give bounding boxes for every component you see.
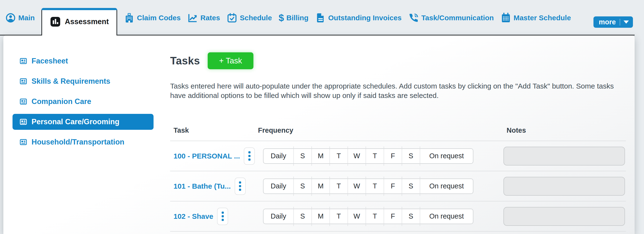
frequency-option-mon[interactable]: M (312, 179, 330, 193)
sidebar-item-label: Facesheet (32, 57, 68, 65)
tasks-description: Tasks entered here will auto-populate un… (170, 81, 626, 100)
task-link[interactable]: 101 - Bathe (Tu... (174, 182, 231, 190)
more-button-divider (620, 19, 620, 26)
task-link[interactable]: 102 - Shave (174, 212, 213, 220)
more-button-label: more (594, 18, 620, 26)
task-cell: 100 - PERSONAL ... (174, 147, 255, 165)
notes-field[interactable] (504, 147, 625, 166)
sheet-icon (19, 138, 28, 146)
sidebar-item-household-transportation[interactable]: Household/Transportation (12, 134, 154, 150)
sidebar-item-skills-requirements[interactable]: Skills & Requirements (12, 73, 154, 89)
nav-item-billing[interactable]: $ Billing (279, 13, 308, 23)
frequency-option-daily[interactable]: Daily (264, 149, 293, 163)
calendar-check-icon (227, 13, 237, 23)
nav-item-label: Main (18, 14, 35, 22)
kebab-menu-button[interactable] (217, 208, 228, 225)
frequency-group: Daily S M T W T F S On request (263, 179, 473, 194)
notes-field[interactable] (504, 207, 625, 226)
chevron-down-icon (624, 21, 629, 24)
nav-item-label: Claim Codes (137, 14, 181, 22)
frequency-option-tue[interactable]: T (330, 149, 348, 163)
frequency-option-fri[interactable]: F (384, 179, 402, 193)
task-link[interactable]: 100 - PERSONAL ... (174, 152, 240, 160)
user-circle-icon (5, 13, 16, 23)
notes-field[interactable] (504, 177, 625, 196)
sidebar-item-label: Personal Care/Grooming (32, 118, 119, 126)
table-row: 102 - Shave Daily S M T W T F S On reque… (170, 201, 626, 231)
nav-item-outstanding-invoices[interactable]: Outstanding Invoices (315, 13, 402, 23)
frequency-option-tue[interactable]: T (330, 209, 348, 224)
title-row: Tasks + Task (170, 52, 626, 69)
top-nav: Main Assessment Claim Codes (0, 0, 644, 36)
column-header-frequency: Frequency (258, 127, 293, 134)
nav-item-schedule[interactable]: Schedule (227, 13, 272, 23)
frequency-option-sun[interactable]: S (293, 179, 312, 193)
sheet-icon (19, 118, 28, 126)
table-row: 101 - Bathe (Tu... Daily S M T W T F S O… (170, 171, 626, 201)
kebab-menu-button[interactable] (244, 147, 255, 165)
frequency-option-sun[interactable]: S (293, 209, 312, 224)
sidebar-item-label: Skills & Requirements (32, 77, 110, 86)
sheet-icon (19, 57, 28, 65)
nav-item-label: Master Schedule (514, 14, 571, 22)
frequency-option-thu[interactable]: T (366, 209, 384, 224)
sidebar-item-facesheet[interactable]: Facesheet (12, 53, 154, 69)
frequency-option-thu[interactable]: T (366, 179, 384, 193)
table-header: Task Frequency Notes (170, 124, 626, 141)
nav-item-rates[interactable]: Rates (188, 13, 220, 23)
frequency-option-sat[interactable]: S (402, 179, 420, 193)
sidebar-item-companion-care[interactable]: Companion Care (12, 94, 154, 109)
sidebar-item-label: Household/Transportation (32, 138, 124, 146)
sheet-icon (19, 97, 28, 106)
nav-item-label: Rates (200, 14, 220, 22)
sheet-icon (19, 77, 28, 85)
nav-item-label: Billing (286, 14, 308, 22)
frequency-option-on-request[interactable]: On request (420, 179, 473, 193)
kebab-menu-button[interactable] (235, 178, 246, 195)
column-header-notes: Notes (506, 127, 526, 134)
frequency-group: Daily S M T W T F S On request (263, 148, 473, 164)
trending-up-icon (188, 13, 198, 23)
content-card: Facesheet Skills & Requirements Companio… (3, 36, 634, 234)
frequency-option-wed[interactable]: W (348, 149, 366, 163)
frequency-option-wed[interactable]: W (348, 209, 366, 224)
nav-item-claim-codes[interactable]: Claim Codes (124, 13, 181, 23)
calendar-grid-icon (500, 13, 511, 23)
nav-item-label: Outstanding Invoices (328, 14, 402, 22)
frequency-option-thu[interactable]: T (366, 149, 384, 163)
add-task-button[interactable]: + Task (208, 52, 254, 69)
frequency-option-wed[interactable]: W (348, 179, 366, 193)
frequency-option-mon[interactable]: M (312, 209, 330, 224)
page-title: Tasks (170, 55, 200, 67)
sidebar: Facesheet Skills & Requirements Companio… (12, 53, 154, 154)
frequency-option-fri[interactable]: F (384, 149, 402, 163)
frequency-option-fri[interactable]: F (384, 209, 402, 224)
frequency-option-on-request[interactable]: On request (420, 149, 473, 163)
tab-assessment[interactable]: Assessment (42, 8, 117, 36)
dollar-icon: $ (279, 13, 284, 23)
nav-item-label: Schedule (240, 14, 272, 22)
task-cell: 102 - Shave (174, 208, 228, 225)
frequency-group: Daily S M T W T F S On request (263, 209, 473, 224)
nav-item-task-communication[interactable]: Task/Communication (408, 13, 494, 23)
main-panel: Tasks + Task Tasks entered here will aut… (170, 36, 626, 231)
hospital-icon (124, 13, 134, 23)
more-button[interactable]: more (594, 16, 633, 28)
frequency-option-sun[interactable]: S (293, 149, 312, 163)
frequency-option-daily[interactable]: Daily (264, 179, 293, 193)
frequency-option-tue[interactable]: T (330, 179, 348, 193)
frequency-option-mon[interactable]: M (312, 149, 330, 163)
column-header-task: Task (174, 127, 189, 134)
nav-item-label: Task/Communication (422, 14, 494, 22)
sidebar-item-personal-care-grooming[interactable]: Personal Care/Grooming (12, 114, 154, 130)
task-cell: 101 - Bathe (Tu... (174, 178, 246, 195)
table-row: 100 - PERSONAL ... Daily S M T W T F S O… (170, 141, 626, 171)
tab-label: Assessment (65, 17, 109, 26)
phone-icon (408, 13, 419, 23)
nav-item-main[interactable]: Main (5, 13, 35, 23)
frequency-option-daily[interactable]: Daily (264, 209, 293, 224)
frequency-option-sat[interactable]: S (402, 209, 420, 224)
frequency-option-on-request[interactable]: On request (420, 209, 473, 224)
nav-item-master-schedule[interactable]: Master Schedule (500, 13, 571, 23)
frequency-option-sat[interactable]: S (402, 149, 420, 163)
